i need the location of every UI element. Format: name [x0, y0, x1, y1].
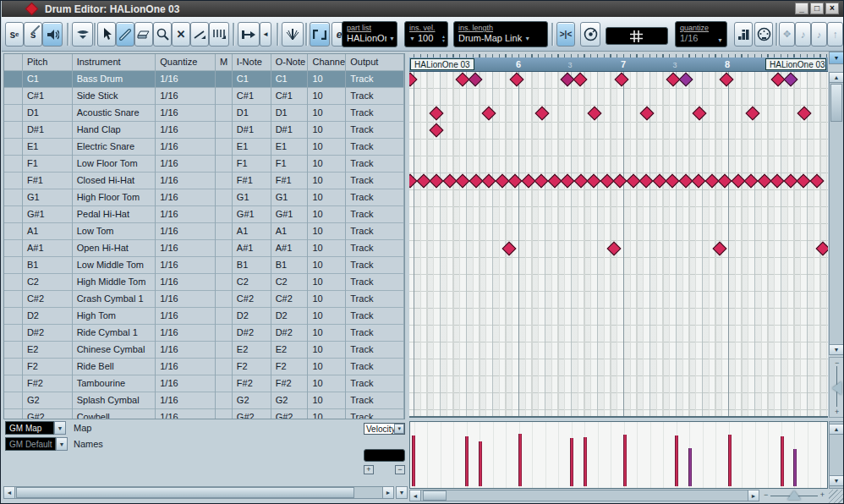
quantize-combo[interactable]: quantize 1/16 ▼ — [675, 21, 727, 47]
velocity-bar[interactable] — [570, 438, 573, 486]
acoustic-feedback-button[interactable] — [42, 22, 63, 47]
note-diamond[interactable] — [534, 174, 549, 189]
cell-blank[interactable] — [4, 71, 23, 88]
midi-connector-button[interactable] — [580, 22, 600, 47]
cell-i_note[interactable]: G1 — [233, 189, 271, 206]
cell-output[interactable]: Track — [346, 206, 404, 223]
cell-pitch[interactable]: F#1 — [23, 173, 73, 189]
eraser-tool[interactable] — [134, 22, 153, 47]
cell-quantize[interactable]: 1/16 — [156, 71, 216, 88]
cell-i_note[interactable]: F1 — [233, 156, 271, 173]
note-move-button[interactable]: ♪ — [811, 22, 827, 47]
velocity-bar[interactable] — [518, 434, 522, 486]
multi-line-tool[interactable] — [209, 22, 229, 47]
note-diamond[interactable] — [587, 174, 601, 189]
note-insert-button[interactable]: ♪ — [795, 22, 811, 47]
cell-instrument[interactable]: Ride Bell — [73, 359, 156, 375]
table-options-button[interactable]: ▼ — [396, 486, 408, 499]
cell-quantize[interactable]: 1/16 — [156, 325, 216, 342]
cell-o_note[interactable]: C#2 — [271, 291, 309, 308]
cell-o_note[interactable]: C1 — [271, 71, 309, 88]
velocity-bar[interactable] — [793, 449, 797, 486]
cell-m[interactable] — [216, 173, 233, 189]
cell-m[interactable] — [216, 105, 233, 122]
part-list-combo[interactable]: part list HALionOne 03▼ — [342, 21, 397, 47]
vertical-scrollbar[interactable]: ▲ ▼ — [829, 72, 844, 355]
drumstick-tool[interactable] — [116, 22, 134, 47]
cell-pitch[interactable]: G2 — [23, 392, 73, 409]
cell-quantize[interactable]: 1/16 — [156, 291, 216, 308]
cell-channel[interactable]: 10 — [308, 308, 346, 325]
cell-quantize[interactable]: 1/16 — [156, 156, 216, 173]
column-header-Output[interactable]: Output — [346, 54, 404, 71]
cell-o_note[interactable]: G#1 — [271, 206, 309, 223]
cell-m[interactable] — [216, 240, 233, 257]
cell-output[interactable]: Track — [346, 325, 404, 342]
cell-output[interactable]: Track — [346, 359, 404, 375]
cell-blank[interactable] — [4, 206, 23, 223]
cell-i_note[interactable]: D1 — [233, 105, 271, 122]
cell-channel[interactable]: 10 — [308, 156, 346, 173]
cell-blank[interactable] — [4, 308, 23, 325]
mute-tool[interactable]: ✕ — [172, 22, 190, 47]
cell-m[interactable] — [216, 392, 233, 409]
table-row-D2[interactable]: D2High Tom1/16D2D210Track — [4, 308, 404, 325]
table-row-G1[interactable]: G1High Floor Tom1/16G1G110Track — [4, 189, 404, 206]
cell-output[interactable]: Track — [346, 308, 404, 325]
part-end-tag[interactable]: HALionOne 03 — [765, 58, 826, 70]
cell-instrument[interactable]: Splash Cymbal — [73, 392, 156, 409]
cell-pitch[interactable]: C#2 — [23, 291, 73, 308]
cell-instrument[interactable]: Tambourine — [73, 375, 156, 392]
cell-instrument[interactable]: Low Tom — [73, 223, 156, 240]
cell-pitch[interactable]: D#2 — [23, 325, 73, 342]
velocity-bar[interactable] — [675, 436, 678, 486]
cell-quantize[interactable]: 1/16 — [156, 392, 216, 409]
cell-m[interactable] — [216, 342, 233, 359]
cell-output[interactable]: Track — [346, 409, 404, 419]
cell-blank[interactable] — [4, 223, 23, 240]
note-diamond[interactable] — [607, 242, 622, 256]
cell-i_note[interactable]: A1 — [233, 223, 271, 240]
note-diamond[interactable] — [510, 73, 524, 87]
cell-o_note[interactable]: A#1 — [271, 240, 309, 257]
cell-quantize[interactable]: 1/16 — [156, 359, 216, 375]
table-row-E1[interactable]: E1Electric Snare1/16E1E110Track — [4, 139, 404, 156]
close-button[interactable]: × — [825, 3, 839, 14]
cell-pitch[interactable]: C#1 — [23, 88, 73, 105]
scroll-up-button[interactable]: ▲ — [829, 72, 844, 83]
insert-velocity-combo[interactable]: ins. vel. ▼100 ▲ ▼ — [404, 21, 448, 47]
cell-instrument[interactable]: Low Middle Tom — [73, 257, 156, 274]
note-diamond[interactable] — [746, 107, 760, 121]
vertical-scroll-thumb[interactable] — [830, 84, 842, 122]
cell-o_note[interactable]: F#2 — [271, 375, 309, 392]
note-diamond[interactable] — [639, 174, 654, 189]
cell-channel[interactable]: 10 — [308, 240, 346, 257]
cell-pitch[interactable]: F2 — [23, 359, 73, 375]
cell-m[interactable] — [216, 325, 233, 342]
cell-instrument[interactable]: Low Floor Tom — [73, 156, 156, 173]
cell-i_note[interactable]: F#1 — [233, 173, 271, 189]
velocity-scrollbar[interactable]: ▲ ▼ — [829, 421, 844, 489]
note-diamond[interactable] — [720, 73, 734, 87]
note-diamond[interactable] — [770, 174, 785, 189]
object-selection-tool[interactable] — [97, 22, 116, 47]
cell-m[interactable] — [216, 122, 233, 139]
cell-blank[interactable] — [4, 375, 23, 392]
cell-output[interactable]: Track — [346, 71, 404, 88]
note-diamond[interactable] — [430, 174, 444, 189]
note-diamond[interactable] — [502, 242, 517, 256]
controller-lane-selector[interactable]: Velocity ▼ — [364, 423, 405, 435]
cell-output[interactable]: Track — [346, 257, 404, 274]
cell-instrument[interactable]: High Middle Tom — [73, 274, 156, 291]
cell-pitch[interactable]: B1 — [23, 257, 73, 274]
scroll-right-button[interactable]: ► — [748, 490, 759, 501]
cell-pitch[interactable]: C2 — [23, 274, 73, 291]
cell-o_note[interactable]: G#2 — [271, 409, 309, 419]
velocity-lane[interactable] — [409, 421, 828, 489]
cell-output[interactable]: Track — [346, 291, 404, 308]
independent-loop-button[interactable] — [310, 22, 330, 47]
note-diamond[interactable] — [713, 242, 727, 256]
cell-o_note[interactable]: B1 — [271, 257, 309, 274]
cell-o_note[interactable]: G1 — [271, 189, 309, 206]
minimize-button[interactable]: _ — [795, 3, 808, 14]
